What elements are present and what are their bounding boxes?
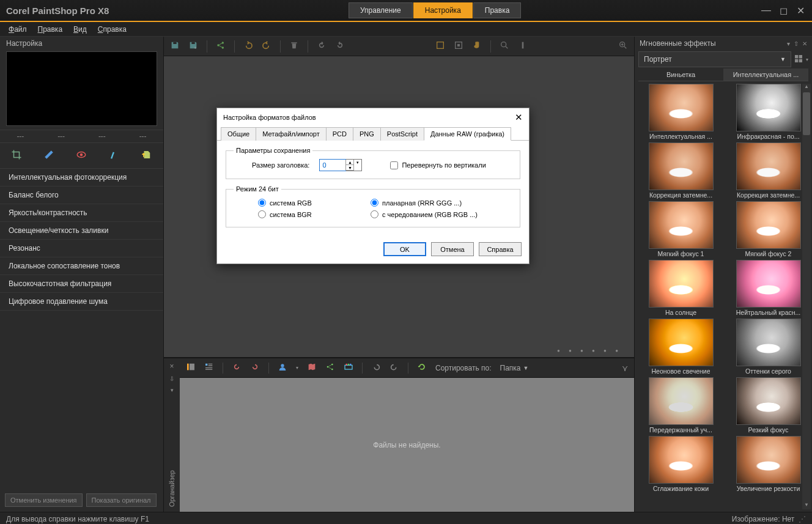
- dialog-close-button[interactable]: ✕: [515, 112, 523, 123]
- scroll-down-icon[interactable]: ▼: [802, 502, 811, 509]
- effect-thumb-9[interactable]: Оттенки серого: [726, 319, 811, 375]
- panel-pin-icon[interactable]: ⇧: [794, 40, 799, 47]
- effect-thumb-0[interactable]: Интеллектуальная ...: [638, 84, 723, 140]
- rotate-left-icon[interactable]: [317, 40, 327, 52]
- header-size-spinner[interactable]: ▲ ▼ ▾: [319, 159, 362, 171]
- radio-bgr[interactable]: система BGR: [258, 210, 356, 218]
- actual-icon[interactable]: [454, 40, 463, 52]
- save-icon[interactable]: [170, 40, 180, 52]
- effect-thumb-8[interactable]: Неоновое свечение: [638, 319, 723, 375]
- effect-thumb-2[interactable]: Коррекция затемне...: [638, 142, 723, 199]
- effect-thumb-7[interactable]: Нейтральный красн...: [726, 260, 811, 316]
- flip-vertical-input[interactable]: [390, 161, 398, 169]
- flip-vertical-checkbox[interactable]: Перевернуть по вертикали: [390, 161, 485, 169]
- rotate-right-icon[interactable]: [335, 40, 345, 52]
- mode-tab-1[interactable]: Настройка: [413, 2, 473, 18]
- ok-button[interactable]: OK: [383, 242, 426, 256]
- pan-icon[interactable]: [472, 40, 482, 52]
- resize-grip-icon[interactable]: ⋰: [799, 515, 806, 523]
- effect-thumb-1[interactable]: Инфракрасная - по...: [726, 84, 811, 140]
- people-icon[interactable]: [278, 362, 287, 374]
- zoom-fit-icon[interactable]: [618, 40, 628, 52]
- minimize-button[interactable]: —: [761, 5, 772, 17]
- panel-menu-icon[interactable]: ▾: [787, 40, 790, 47]
- saveas-icon[interactable]: +: [188, 40, 198, 52]
- show-original-button[interactable]: Показать оригинал: [86, 493, 157, 507]
- effect-thumb-3[interactable]: Коррекция затемне...: [726, 142, 811, 199]
- effect-thumb-13[interactable]: Увеличение резкости: [726, 436, 811, 492]
- view-mode-dd-icon[interactable]: ▾: [806, 57, 808, 62]
- dialog-tab-2[interactable]: PCD: [326, 127, 353, 141]
- map-icon[interactable]: [307, 362, 317, 374]
- organizer-pin-icon[interactable]: ⇩: [169, 375, 174, 382]
- menu-правка[interactable]: Правка: [38, 25, 63, 34]
- zoom-icon[interactable]: [500, 40, 509, 52]
- organizer-close-icon[interactable]: ×: [169, 362, 174, 371]
- effect-thumb-11[interactable]: Резкий фокус: [726, 377, 811, 434]
- organizer-tab-label[interactable]: Органайзер: [168, 470, 175, 507]
- dialog-tab-4[interactable]: PostScript: [380, 127, 424, 141]
- organizer-menu-icon[interactable]: ▾: [171, 387, 174, 393]
- resize-dots[interactable]: ● ● ● ● ● ●: [557, 348, 622, 353]
- share-icon[interactable]: [216, 40, 226, 52]
- cancel-button[interactable]: Отмена: [431, 242, 474, 256]
- dialog-tab-1[interactable]: Метафайл/импорт: [256, 127, 327, 141]
- category-dropdown[interactable]: Портрет ▼: [638, 51, 791, 67]
- adjustment-item-4[interactable]: Резонанс: [0, 240, 163, 257]
- menu-справка[interactable]: Справка: [98, 25, 127, 34]
- view-list-icon[interactable]: [204, 362, 214, 374]
- organizer-expand-icon[interactable]: ⋎: [622, 363, 628, 373]
- dialog-tab-5[interactable]: Данные RAW (графика): [424, 127, 511, 141]
- adjustment-item-7[interactable]: Цифровое подавление шума: [0, 293, 163, 311]
- makeover-icon[interactable]: [109, 149, 120, 162]
- effect-thumb-4[interactable]: Мягкий фокус 1: [638, 201, 723, 257]
- effects-scrollbar[interactable]: ▲ ▼: [802, 84, 811, 509]
- mode-tab-2[interactable]: Правка: [473, 2, 522, 18]
- straighten-icon[interactable]: [43, 149, 54, 162]
- spin-dd-icon[interactable]: ▾: [354, 160, 361, 171]
- redo2-icon[interactable]: [389, 362, 399, 374]
- crop-icon[interactable]: [11, 149, 22, 162]
- mode-tab-0[interactable]: Управление: [349, 2, 413, 18]
- dialog-tab-3[interactable]: PNG: [353, 127, 381, 141]
- people-dd-icon[interactable]: ▾: [296, 365, 298, 371]
- undo-changes-button[interactable]: Отменить изменения: [5, 493, 83, 507]
- redeye-icon[interactable]: [76, 149, 87, 162]
- adjustment-item-3[interactable]: Освещение/четкость заливки: [0, 222, 163, 240]
- close-button[interactable]: ✕: [795, 5, 806, 17]
- dialog-tab-0[interactable]: Общие: [221, 127, 256, 141]
- menu-файл[interactable]: Файл: [9, 25, 27, 34]
- adjustment-item-5[interactable]: Локальное сопоставление тонов: [0, 257, 163, 275]
- view-thumbs-icon[interactable]: [186, 362, 196, 374]
- adjustment-item-0[interactable]: Интеллектуальная фотокоррекция: [0, 169, 163, 186]
- redo-icon[interactable]: [262, 40, 271, 52]
- effect-thumb-12[interactable]: Сглаживание кожи: [638, 436, 723, 492]
- spin-up-icon[interactable]: ▲: [346, 160, 353, 165]
- effect-thumb-10[interactable]: Передержанный уч...: [638, 377, 723, 434]
- rotate-cw-icon[interactable]: [250, 362, 260, 374]
- fit-icon[interactable]: [435, 40, 445, 52]
- effect-thumb-5[interactable]: Мягкий фокус 2: [726, 201, 811, 257]
- radio-planar[interactable]: планарная (RRR GGG ...): [371, 199, 488, 207]
- maximize-button[interactable]: ◻: [778, 5, 789, 17]
- undo-icon[interactable]: [243, 40, 253, 52]
- adjustment-item-1[interactable]: Баланс белого: [0, 186, 163, 204]
- undo2-icon[interactable]: [371, 362, 381, 374]
- rotate-ccw-icon[interactable]: [232, 362, 242, 374]
- effect-tab-1[interactable]: Интеллектуальная ...: [723, 68, 808, 81]
- radio-rgb[interactable]: система RGB: [258, 199, 356, 207]
- scroll-up-icon[interactable]: ▲: [802, 84, 811, 91]
- view-mode-icon[interactable]: [794, 54, 803, 65]
- delete-icon[interactable]: [289, 40, 299, 52]
- header-size-input[interactable]: [320, 160, 345, 171]
- adjustment-item-6[interactable]: Высокочастотная фильтрация: [0, 275, 163, 293]
- clone-icon[interactable]: [141, 149, 152, 162]
- spin-down-icon[interactable]: ▼: [346, 165, 353, 171]
- adjustment-item-2[interactable]: Яркость/контрастность: [0, 204, 163, 222]
- zoom-slider-icon[interactable]: [518, 40, 528, 52]
- tray-icon[interactable]: [344, 362, 353, 374]
- effect-tab-0[interactable]: Виньетка: [638, 68, 723, 81]
- panel-close-icon[interactable]: ✕: [802, 40, 807, 47]
- menu-вид[interactable]: Вид: [73, 25, 87, 34]
- radio-interleaved[interactable]: с чередованием (RGB RGB ...): [371, 210, 488, 218]
